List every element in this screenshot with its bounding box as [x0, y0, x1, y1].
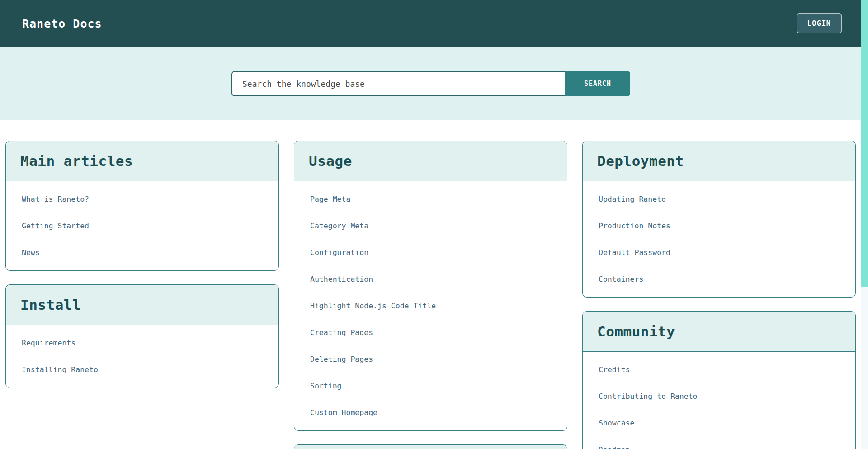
search-button[interactable]: SEARCH [565, 71, 630, 96]
article-list: Updating Raneto Production Notes Default… [583, 181, 855, 297]
list-item: Requirements [6, 330, 278, 356]
list-item: Installing Raneto [6, 356, 278, 383]
category-header: Main articles [6, 141, 278, 181]
login-button[interactable]: LOGIN [797, 13, 842, 33]
list-item: Page Meta [294, 186, 567, 213]
search-hero: SEARCH [0, 47, 868, 120]
column-2: Usage Page Meta Category Meta Configurat… [294, 141, 567, 449]
article-link[interactable]: Contributing to Raneto [583, 383, 855, 410]
list-item: Category Meta [294, 213, 567, 239]
scrollbar-thumb[interactable] [861, 0, 868, 287]
list-item: Containers [583, 266, 855, 293]
article-link[interactable]: Authentication [294, 266, 567, 293]
category-title: Main articles [20, 153, 264, 169]
search-form: SEARCH [231, 71, 630, 96]
category-header [294, 445, 567, 449]
site-title: Raneto Docs [22, 17, 102, 30]
list-item: Custom Homepage [294, 399, 567, 426]
list-item: Getting Started [6, 213, 278, 239]
article-link[interactable]: Configuration [294, 239, 567, 266]
category-card-community: Community Credits Contributing to Raneto… [582, 311, 856, 449]
app-header: Raneto Docs LOGIN [0, 0, 868, 47]
list-item: Sorting [294, 373, 567, 399]
category-title: Usage [309, 153, 552, 169]
article-link[interactable]: News [6, 239, 278, 266]
list-item: Showcase [583, 410, 855, 436]
article-link[interactable]: Highlight Node.js Code Title [294, 293, 567, 319]
category-header: Usage [294, 141, 567, 181]
article-link[interactable]: Installing Raneto [6, 356, 278, 383]
category-title: Install [20, 297, 264, 313]
category-header: Community [583, 312, 855, 352]
list-item: Production Notes [583, 213, 855, 239]
article-list: Credits Contributing to Raneto Showcase … [583, 352, 855, 449]
list-item: Updating Raneto [583, 186, 855, 213]
article-list: Page Meta Category Meta Configuration Au… [294, 181, 567, 430]
list-item: Highlight Node.js Code Title [294, 293, 567, 319]
list-item: Configuration [294, 239, 567, 266]
category-card-install: Install Requirements Installing Raneto [5, 284, 279, 388]
list-item: Creating Pages [294, 319, 567, 346]
list-item: Roadmap [583, 436, 855, 449]
article-link[interactable]: Getting Started [6, 213, 278, 239]
list-item: Authentication [294, 266, 567, 293]
article-link[interactable]: Category Meta [294, 213, 567, 239]
article-link[interactable]: Updating Raneto [583, 186, 855, 213]
category-card-usage: Usage Page Meta Category Meta Configurat… [294, 141, 567, 431]
column-3: Deployment Updating Raneto Production No… [582, 141, 856, 449]
column-1: Main articles What is Raneto? Getting St… [5, 141, 279, 449]
article-link[interactable]: Default Password [583, 239, 855, 266]
category-title: Community [597, 323, 841, 340]
article-link[interactable]: Deleting Pages [294, 346, 567, 373]
list-item: Contributing to Raneto [583, 383, 855, 410]
list-item: Credits [583, 356, 855, 383]
search-input[interactable] [231, 71, 565, 96]
list-item: Default Password [583, 239, 855, 266]
page-scrollbar[interactable] [861, 0, 868, 449]
list-item: Deleting Pages [294, 346, 567, 373]
article-link[interactable]: Containers [583, 266, 855, 293]
article-link[interactable]: Requirements [6, 330, 278, 356]
category-header: Install [6, 285, 278, 325]
category-header: Deployment [583, 141, 855, 181]
category-title: Deployment [597, 153, 841, 169]
article-link[interactable]: What is Raneto? [6, 186, 278, 213]
article-link[interactable]: Creating Pages [294, 319, 567, 346]
article-link[interactable]: Showcase [583, 410, 855, 436]
article-link[interactable]: Roadmap [583, 436, 855, 449]
category-card-deployment: Deployment Updating Raneto Production No… [582, 141, 856, 298]
article-link[interactable]: Sorting [294, 373, 567, 399]
list-item: What is Raneto? [6, 186, 278, 213]
article-link[interactable]: Custom Homepage [294, 399, 567, 426]
article-link[interactable]: Page Meta [294, 186, 567, 213]
article-link[interactable]: Production Notes [583, 213, 855, 239]
category-card-main-articles: Main articles What is Raneto? Getting St… [5, 141, 279, 271]
list-item: News [6, 239, 278, 266]
article-list: Requirements Installing Raneto [6, 325, 278, 388]
article-link[interactable]: Credits [583, 356, 855, 383]
article-list: What is Raneto? Getting Started News [6, 181, 278, 270]
category-grid: Main articles What is Raneto? Getting St… [0, 120, 868, 449]
category-card-partial [294, 444, 567, 449]
